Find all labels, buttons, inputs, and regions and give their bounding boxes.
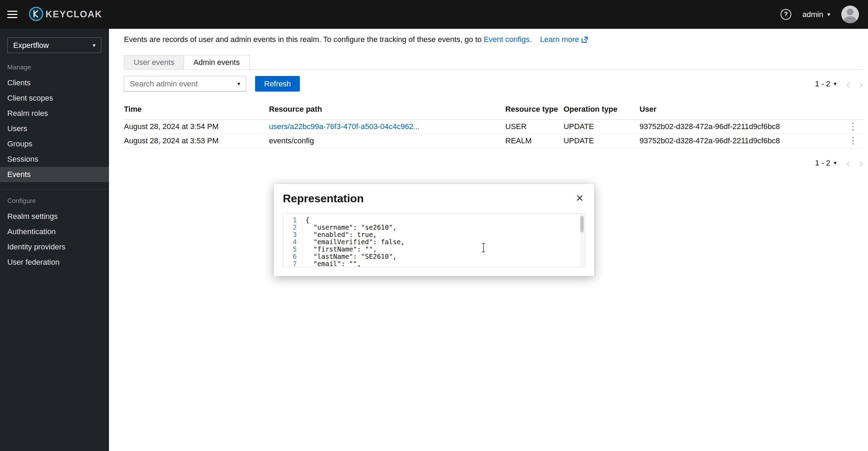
refresh-button[interactable]: Refresh (255, 76, 300, 92)
representation-modal: Representation ✕ 1 { 2 "username": "se26… (274, 184, 594, 276)
cell-time: August 28, 2024 at 3:54 PM (124, 120, 269, 134)
line-number: 7 (283, 260, 303, 267)
chevron-down-icon: ▾ (93, 43, 95, 48)
nav-toggle-icon[interactable] (7, 11, 18, 18)
user-menu[interactable]: admin ▾ (802, 10, 830, 19)
scrollbar-thumb[interactable] (580, 216, 584, 232)
col-user: User (640, 102, 846, 120)
pagination-range: 1 - 2 (815, 79, 830, 88)
sidebar-item-clients[interactable]: Clients (0, 75, 109, 91)
masthead: KEYCLOAK ? admin ▾ (0, 0, 868, 29)
line-code: { (303, 216, 309, 224)
line-code: "emailVerified": false, (303, 238, 405, 246)
modal-title: Representation (283, 192, 364, 205)
cell-resource-type: USER (505, 120, 564, 134)
code-editor[interactable]: 1 { 2 "username": "se2610", 3 "enabled":… (283, 213, 585, 267)
realm-selector[interactable]: Expertflow ▾ (7, 37, 101, 53)
close-icon[interactable]: ✕ (574, 192, 585, 205)
sidebar-item-users[interactable]: Users (0, 121, 109, 136)
sidebar-item-user-federation[interactable]: User federation (0, 255, 109, 270)
tab-bar: User events Admin events (124, 55, 863, 70)
code-line: 2 "username": "se2610", (283, 224, 585, 231)
pagination-range: 1 - 2 (815, 159, 830, 168)
next-page-icon[interactable]: › (859, 157, 863, 169)
chevron-down-icon: ▾ (237, 81, 240, 87)
page-description: Events are records of user and admin eve… (124, 35, 863, 44)
line-code: "username": "se2610", (303, 224, 397, 231)
cell-resource-type: REALM (505, 134, 564, 148)
tab-admin-events[interactable]: Admin events (184, 55, 249, 69)
line-code: "enabled": true, (303, 231, 377, 238)
line-number: 5 (283, 246, 303, 253)
kebab-menu-icon[interactable]: ⋮ (848, 122, 858, 131)
resource-path-link[interactable]: users/a22bc99a-76f3-470f-a503-04c4c962..… (269, 122, 420, 131)
code-line: 4 "emailVerified": false, (283, 238, 585, 246)
avatar[interactable] (841, 6, 859, 23)
table-header-row: Time Resource path Resource type Operati… (124, 102, 863, 120)
sidebar-item-groups[interactable]: Groups (0, 136, 109, 152)
cell-user: 93752b02-d328-472a-96df-2211d9cf6bc8 (640, 120, 846, 134)
cell-operation-type: UPDATE (564, 120, 640, 134)
cell-time: August 28, 2024 at 3:53 PM (124, 134, 269, 148)
sidebar-item-realm-roles[interactable]: Realm roles (0, 106, 109, 121)
line-number: 2 (283, 224, 303, 231)
line-code: "firstName": "", (303, 246, 377, 253)
prev-page-icon[interactable]: ‹ (846, 157, 850, 169)
code-line: 1 { (283, 216, 585, 224)
modal-header: Representation ✕ (274, 192, 594, 205)
next-page-icon[interactable]: › (859, 78, 863, 90)
col-resource-type: Resource type (505, 102, 564, 120)
nav-section-manage: Manage (0, 63, 109, 71)
pagination-menu-icon[interactable]: ▾ (834, 81, 836, 87)
code-line: 3 "enabled": true, (283, 231, 585, 238)
keycloak-logo-icon (28, 6, 44, 23)
line-number: 1 (283, 216, 303, 224)
sidebar: Expertflow ▾ Manage Clients Client scope… (0, 29, 109, 451)
sidebar-item-client-scopes[interactable]: Client scopes (0, 91, 109, 106)
line-code: "lastName": "SE2610", (303, 253, 397, 260)
sidebar-item-identity-providers[interactable]: Identity providers (0, 239, 109, 255)
tab-user-events[interactable]: User events (124, 55, 184, 69)
pagination-top: 1 - 2 ▾ ‹ › (815, 78, 863, 90)
text-cursor-icon (481, 243, 486, 254)
pagination-bottom-wrap: 1 - 2 ▾ ‹ › (124, 157, 863, 169)
pagination-menu-icon[interactable]: ▾ (834, 160, 836, 166)
code-line: 6 "lastName": "SE2610", (283, 253, 585, 260)
realm-name: Expertflow (13, 41, 49, 50)
admin-events-table: Time Resource path Resource type Operati… (124, 102, 863, 148)
search-placeholder: Search admin event (130, 79, 198, 88)
help-icon[interactable]: ? (781, 9, 791, 20)
col-actions (846, 102, 863, 120)
code-line: 5 "firstName": "", (283, 246, 585, 253)
search-admin-event-select[interactable]: Search admin event ▾ (124, 76, 246, 92)
sidebar-item-authentication[interactable]: Authentication (0, 224, 109, 239)
sidebar-item-events[interactable]: Events (0, 167, 109, 182)
username-label: admin (802, 10, 823, 19)
avatar-head-icon (847, 9, 853, 15)
learn-more[interactable]: Learn more (540, 35, 588, 44)
learn-more-link[interactable]: Learn more (540, 35, 579, 44)
line-number: 3 (283, 231, 303, 238)
sidebar-item-sessions[interactable]: Sessions (0, 152, 109, 167)
toolbar: Search admin event ▾ Refresh 1 - 2 ▾ ‹ › (124, 76, 863, 92)
brand-wordmark: KEYCLOAK (45, 9, 102, 20)
event-configs-link[interactable]: Event configs. (484, 35, 532, 44)
kebab-menu-icon[interactable]: ⋮ (848, 136, 858, 145)
cell-operation-type: UPDATE (564, 134, 640, 148)
col-resource-path: Resource path (269, 102, 505, 120)
sidebar-item-realm-settings[interactable]: Realm settings (0, 209, 109, 224)
external-link-icon (581, 36, 588, 43)
chevron-down-icon: ▾ (827, 12, 830, 17)
code-line: 7 "email": "", (283, 260, 585, 267)
col-operation-type: Operation type (564, 102, 640, 120)
masthead-right: ? admin ▾ (781, 6, 859, 23)
line-code: "email": "", (303, 260, 361, 267)
avatar-body-icon (844, 16, 856, 23)
line-number: 6 (283, 253, 303, 260)
keycloak-brand: KEYCLOAK (28, 6, 102, 23)
table-row: August 28, 2024 at 3:54 PM users/a22bc99… (124, 120, 863, 134)
table-row: August 28, 2024 at 3:53 PM events/config… (124, 134, 863, 148)
nav-divider (0, 189, 109, 189)
prev-page-icon[interactable]: ‹ (846, 78, 850, 90)
cell-user: 93752b02-d328-472a-96df-2211d9cf6bc8 (640, 134, 846, 148)
